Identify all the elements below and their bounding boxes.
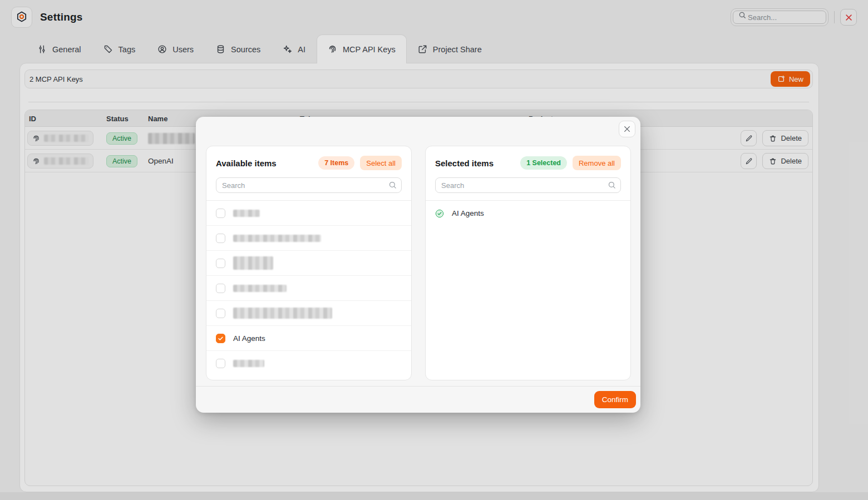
available-search-input[interactable]	[216, 177, 402, 193]
checkbox[interactable]	[216, 359, 225, 368]
check-circle-icon	[435, 209, 444, 218]
redacted-label	[233, 308, 332, 319]
redacted-label	[233, 256, 273, 270]
redacted-label	[233, 210, 260, 217]
redacted-label	[233, 235, 321, 242]
selected-items-panel: Selected items 1 Selected Remove all AI …	[425, 146, 631, 380]
modal-close-button[interactable]	[619, 121, 635, 137]
list-item[interactable]	[206, 276, 411, 301]
available-items-header: Available items 7 Items Select all	[206, 146, 411, 200]
list-item[interactable]	[206, 226, 411, 251]
select-items-dialog: Available items 7 Items Select all	[196, 117, 640, 413]
list-item[interactable]	[206, 351, 411, 376]
available-items-panel: Available items 7 Items Select all	[206, 146, 412, 380]
available-count-badge: 7 Items	[318, 156, 354, 170]
checkbox[interactable]	[216, 259, 225, 268]
list-item[interactable]	[206, 251, 411, 276]
available-items-title: Available items	[216, 159, 277, 168]
available-items-list: AI Agents	[206, 201, 411, 376]
checkbox[interactable]	[216, 284, 225, 293]
selected-search-input[interactable]	[435, 177, 621, 193]
list-item[interactable]	[206, 201, 411, 226]
remove-all-button[interactable]: Remove all	[573, 156, 621, 170]
selected-items-title: Selected items	[435, 159, 494, 168]
selected-items-header: Selected items 1 Selected Remove all	[426, 146, 630, 200]
redacted-label	[233, 360, 264, 367]
item-label: AI Agents	[452, 209, 484, 217]
close-icon	[623, 125, 632, 133]
checkbox[interactable]	[216, 209, 225, 218]
item-label: AI Agents	[233, 334, 265, 343]
list-item-ai-agents[interactable]: AI Agents	[206, 326, 411, 351]
checkbox[interactable]	[216, 234, 225, 243]
confirm-button[interactable]: Confirm	[594, 391, 636, 408]
list-item-ai-agents[interactable]: AI Agents	[426, 201, 630, 226]
redacted-label	[233, 285, 287, 292]
select-all-button[interactable]: Select all	[360, 156, 402, 170]
footer-divider	[196, 386, 640, 387]
selected-count-badge: 1 Selected	[520, 156, 567, 170]
selected-items-list: AI Agents	[426, 201, 630, 226]
list-item[interactable]	[206, 301, 411, 326]
checkbox[interactable]	[216, 309, 225, 318]
checkbox-checked[interactable]	[216, 334, 225, 343]
